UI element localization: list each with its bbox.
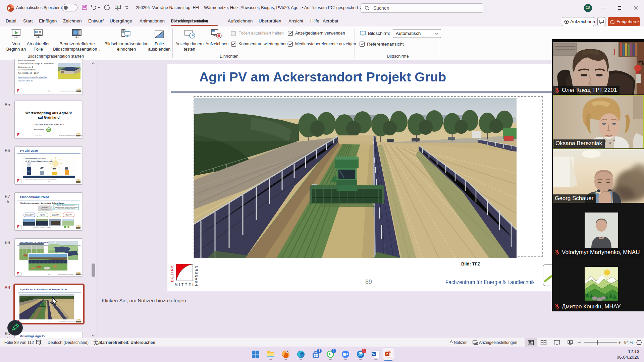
svg-text:Solaranlagen: Solaranlagen	[41, 208, 49, 210]
svg-text:„die Landwirtschaft bleibt im: „die Landwirtschaft bleibt im Boot"	[57, 208, 75, 209]
svg-text:89: 89	[49, 321, 50, 322]
svg-text:PV-Ziel 2030: PV-Ziel 2030	[20, 149, 38, 153]
svg-text:Steingruberstr. 3: Steingruberstr. 3	[18, 66, 33, 68]
svg-text:Agri-PV: Agri-PV	[40, 214, 46, 216]
svg-text:Floating-PV: Floating-PV	[25, 214, 34, 216]
svg-text:FRANKEN: FRANKEN	[195, 265, 198, 286]
svg-text:MR: MR	[47, 129, 50, 131]
svg-text:auf Grünland: auf Grünland	[38, 115, 59, 119]
svg-text:hans-juergen.friess@triesdorf.: hans-juergen.friess@triesdorf.de	[18, 76, 48, 78]
svg-text:Photovoltaik-Ziel 2030: Photovoltaik-Ziel 2030	[25, 158, 46, 160]
svg-text:Quelle: eigene Darstellung nac: Quelle: eigene Darstellung nach Daten de…	[25, 179, 57, 180]
svg-text:Grundlage Agri PV: Grundlage Agri PV	[20, 335, 46, 338]
svg-text:Flächenkonkurrenz: Flächenkonkurrenz	[20, 195, 49, 199]
svg-text:86: 86	[48, 181, 50, 182]
svg-text:88: 88	[48, 274, 50, 275]
svg-text:MITTEL: MITTEL	[175, 283, 196, 287]
svg-text:P: P	[8, 6, 10, 10]
svg-text:Christina Beckler KBM e.V.: Christina Beckler KBM e.V.	[33, 123, 65, 126]
svg-text:Carport-PV: Carport-PV	[52, 214, 60, 216]
svg-text:91746 Weidenbach: 91746 Weidenbach	[18, 69, 36, 71]
svg-text:Agri PV am Ackerstandort Proje: Agri PV am Ackerstandort Projekt Grub	[20, 288, 67, 291]
svg-text:Bildquellen: FEL, Agri-PV Baye: Bildquellen: FEL, Agri-PV Bayern	[33, 227, 50, 228]
svg-text:87: 87	[48, 227, 50, 228]
svg-text:Moor-PV: Moor-PV	[65, 214, 72, 216]
svg-text:landwirtschaftliche Nutzung un: landwirtschaftliche Nutzung und Zieleint…	[55, 207, 78, 208]
svg-text:Wertschöpfung aus Agri-PV: Wertschöpfung aus Agri-PV	[25, 111, 72, 115]
svg-text:BEZIRK: BEZIRK	[170, 264, 174, 282]
svg-text:84: 84	[48, 90, 50, 92]
svg-text:Tel.: 09826 / 18 – 2267: Tel.: 09826 / 18 – 2267	[18, 72, 39, 74]
svg-text:Fachzentrum für Energie & Land: Fachzentrum für Energie & Landtechnik	[18, 63, 54, 65]
svg-text:rd. 45 % des Weges geschafft: rd. 45 % des Weges geschafft	[25, 160, 53, 162]
svg-text:Ein Lösungsansatz – besondere: Ein Lösungsansatz – besondere Solaranlag…	[20, 202, 64, 204]
svg-text:45%: 45%	[28, 170, 30, 172]
svg-text:P: P	[386, 352, 388, 356]
svg-text:06.04.2026: 06.04.2026	[35, 135, 42, 136]
svg-text:www.triesdorf.de: www.triesdorf.de	[18, 80, 33, 82]
svg-text:Bild: TFZ: Bild: TFZ	[63, 317, 68, 318]
svg-text:Weniger Flächenkonkurrenz durc: Weniger Flächenkonkurrenz durch	[57, 205, 75, 206]
svg-text:W: W	[372, 352, 375, 356]
svg-text:Hans-Jürgen Frieß: Hans-Jürgen Frieß	[18, 59, 35, 61]
svg-text:Maschinenring: Maschinenring	[34, 129, 44, 130]
